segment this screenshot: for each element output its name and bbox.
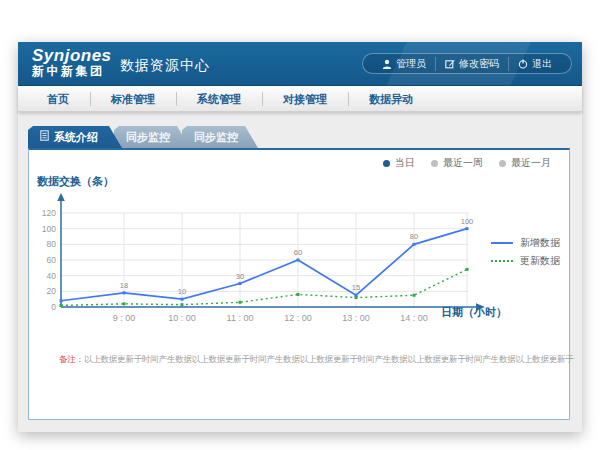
filter-last-week[interactable]: 最近一周 [431,156,483,170]
footnote: 备注：以上数据更新于时间产生数据以上数据更新于时间产生数据以上数据更新于时间产生… [59,354,564,366]
filter-last-month[interactable]: 最近一月 [499,156,551,170]
data-point-label: 15 [352,283,360,292]
data-point [297,293,300,296]
legend-item-new-data: 新增数据 [491,234,560,252]
brand-logo-en: Synjones [32,47,112,65]
tab-system-intro[interactable]: 系统介绍 [28,126,122,148]
data-point [413,243,416,246]
footnote-prefix: 备注： [59,354,84,364]
tab-label: 同步监控 [194,131,238,143]
y-axis-title: 数据交换（条） [37,174,114,189]
tab-label: 同步监控 [126,131,170,143]
user-button[interactable]: 管理员 [373,57,435,71]
chart-legend: 新增数据 更新数据 [491,234,560,270]
user-toolbar: 管理员 修改密码 退出 [362,53,572,74]
filter-today[interactable]: 当日 [383,156,415,170]
user-icon [382,59,392,69]
tab-label: 系统介绍 [54,126,98,148]
nav-item-system[interactable]: 系统管理 [176,86,262,112]
x-tick-label: 14 : 00 [400,313,428,323]
page-canvas: Synjones 新中新集团 数据资源中心 管理员 修改密码 [0,0,600,450]
brand-logo: Synjones 新中新集团 [32,47,112,77]
nav-item-data-change[interactable]: 数据异动 [348,86,434,112]
data-point [123,291,126,294]
y-tick-label: 120 [42,208,56,218]
data-point [413,294,416,297]
y-tick-label: 40 [47,271,57,281]
filter-label: 最近一月 [511,156,551,170]
y-tick-label: 80 [47,239,57,249]
x-tick-label: 9 : 00 [113,313,136,323]
dotted-line-swatch [491,260,513,262]
data-point [466,268,469,271]
page-title: 数据资源中心 [120,57,210,75]
y-tick-label: 0 [51,302,56,312]
y-tick-label: 100 [42,224,56,234]
period-filter: 当日 最近一周 最近一月 [383,156,551,170]
tab-sync-monitor-1[interactable]: 同步监控 [114,126,190,148]
content-area: 系统介绍 同步监控 同步监控 当日 最近一周 [18,112,582,432]
data-point-label: 100 [461,217,474,226]
chart-panel: 当日 最近一周 最近一月 数据交换（条） 0204060801001209 : … [28,148,570,420]
data-point-label: 80 [410,232,418,241]
data-point [466,227,469,230]
solid-line-swatch [491,242,513,244]
legend-item-updated-data: 更新数据 [491,252,560,270]
tab-sync-monitor-2[interactable]: 同步监控 [182,126,258,148]
radio-unselected-icon [431,160,438,167]
y-tick-label: 60 [47,255,57,265]
user-label: 管理员 [396,57,426,71]
filter-label: 最近一周 [443,156,483,170]
x-tick-label: 13 : 00 [342,313,370,323]
app-header: Synjones 新中新集团 数据资源中心 管理员 修改密码 [18,42,582,86]
change-password-label: 修改密码 [459,57,499,71]
brand-logo-cn: 新中新集团 [32,65,112,78]
y-tick-label: 20 [47,286,57,296]
document-icon [40,126,49,148]
data-point [60,304,63,307]
x-tick-label: 12 : 00 [284,313,312,323]
tab-bar: 系统介绍 同步监控 同步监控 [28,126,250,148]
nav-item-integration[interactable]: 对接管理 [262,86,348,112]
nav-item-home[interactable]: 首页 [26,86,90,112]
data-point [181,303,184,306]
data-point-label: 30 [236,272,244,281]
data-point-label: 10 [178,287,186,296]
filter-label: 当日 [395,156,415,170]
power-icon [518,59,528,69]
nav-item-standards[interactable]: 标准管理 [90,86,176,112]
legend-label: 新增数据 [520,236,560,250]
change-password-button[interactable]: 修改密码 [435,57,508,71]
logout-button[interactable]: 退出 [508,57,561,71]
data-point-label: 60 [294,248,302,257]
legend-label: 更新数据 [520,254,560,268]
data-point [239,301,242,304]
data-point [355,296,358,299]
radio-unselected-icon [499,160,506,167]
radio-selected-icon [383,160,390,167]
x-axis-title: 日期（小时） [441,305,507,320]
data-point [297,259,300,262]
edit-icon [445,59,455,69]
data-point [181,298,184,301]
x-tick-label: 10 : 00 [168,313,196,323]
main-nav: 首页 标准管理 系统管理 对接管理 数据异动 [18,86,582,112]
footnote-text: 以上数据更新于时间产生数据以上数据更新于时间产生数据以上数据更新于时间产生数据以… [84,354,574,364]
app-window: Synjones 新中新集团 数据资源中心 管理员 修改密码 [18,42,582,432]
data-point-label: 18 [120,281,128,290]
series-line [61,229,467,301]
x-tick-label: 11 : 00 [227,313,254,323]
data-point [60,299,63,302]
data-point [239,282,242,285]
y-axis-arrow [57,193,65,201]
logout-label: 退出 [532,57,552,71]
data-point [123,302,126,305]
